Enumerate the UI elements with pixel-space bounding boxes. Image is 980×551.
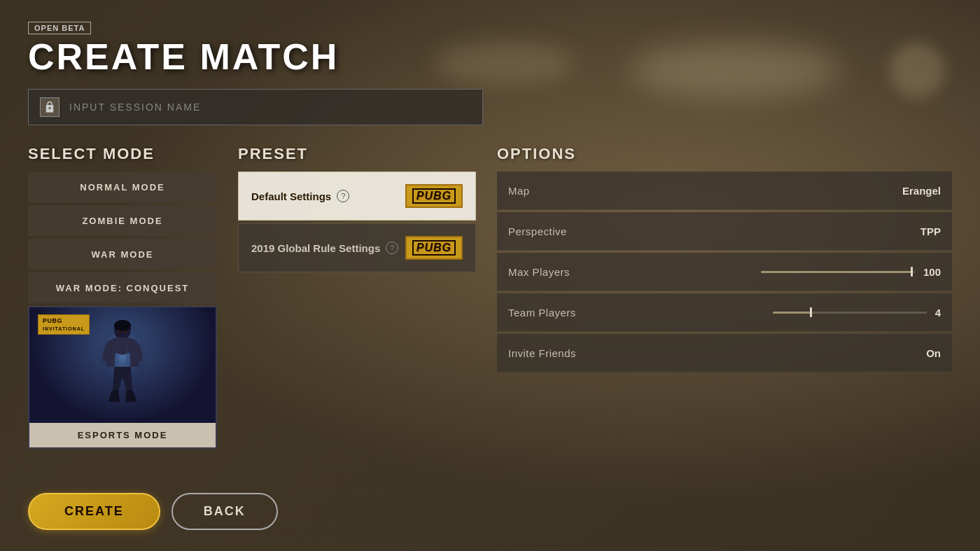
team-players-slider-track[interactable] — [773, 312, 927, 314]
preset-global2019-label: 2019 Global Rule Settings — [251, 242, 380, 254]
max-players-slider-thumb[interactable] — [911, 267, 913, 277]
options-row-perspective[interactable]: Perspective TPP — [497, 212, 952, 251]
svg-point-4 — [124, 330, 127, 334]
select-mode-heading: SELECT MODE — [28, 145, 217, 163]
invite-friends-value: On — [926, 347, 941, 359]
options-row-map[interactable]: Map Erangel — [497, 172, 952, 210]
max-players-value: 100 — [923, 266, 941, 278]
options-heading: OPTIONS — [497, 145, 952, 163]
team-players-slider-container: 4 — [773, 307, 941, 319]
team-players-slider-thumb[interactable] — [810, 307, 812, 317]
open-beta-badge: OPEN BETA — [28, 22, 91, 34]
pubg-logo-badge-default: PUBG — [405, 184, 463, 208]
preset-heading: PRESET — [238, 145, 476, 163]
preset-global2019-help[interactable]: ? — [386, 242, 398, 254]
options-row-invite-friends[interactable]: Invite Friends On — [497, 334, 952, 372]
session-name-input[interactable] — [69, 102, 471, 113]
max-players-slider-track[interactable] — [761, 271, 915, 273]
war-mode-button[interactable]: WAR MODE — [28, 239, 217, 270]
options-row-max-players[interactable]: Max Players 100 — [497, 253, 952, 291]
normal-mode-button[interactable]: NORMAL MODE — [28, 172, 217, 202]
team-players-slider-fill — [773, 312, 811, 314]
character-silhouette — [93, 314, 153, 416]
preset-default-help[interactable]: ? — [337, 190, 349, 202]
select-mode-column: SELECT MODE NORMAL MODE ZOMBIE MODE WAR … — [28, 145, 217, 449]
esports-card-image: PUBG INVITATIONAL — [29, 307, 216, 423]
max-players-label: Max Players — [508, 266, 761, 278]
zombie-mode-button[interactable]: ZOMBIE MODE — [28, 205, 217, 236]
preset-item-left: Default Settings ? — [251, 190, 349, 202]
preset-default-label: Default Settings — [251, 190, 331, 202]
map-value: Erangel — [902, 185, 941, 197]
back-button[interactable]: BACK — [172, 493, 278, 530]
esports-mode-label: ESPORTS MODE — [29, 423, 216, 447]
bottom-buttons: CREATE BACK — [28, 493, 278, 530]
preset-item-default[interactable]: Default Settings ? PUBG — [238, 172, 476, 221]
session-input-container — [28, 89, 483, 125]
options-row-team-players[interactable]: Team Players 4 — [497, 293, 952, 332]
esports-mode-card[interactable]: PUBG INVITATIONAL — [28, 306, 217, 449]
pubg-invitational-badge: PUBG INVITATIONAL — [38, 314, 90, 335]
team-players-label: Team Players — [508, 307, 773, 319]
svg-point-2 — [114, 320, 131, 331]
invite-friends-label: Invite Friends — [508, 347, 926, 359]
svg-point-3 — [118, 330, 121, 334]
team-players-value: 4 — [935, 307, 941, 319]
map-label: Map — [508, 185, 902, 197]
main-content: OPEN BETA CREATE MATCH SELECT MODE NORMA… — [0, 0, 980, 551]
columns-container: SELECT MODE NORMAL MODE ZOMBIE MODE WAR … — [28, 145, 952, 449]
lock-icon — [40, 97, 59, 117]
pubg-logo-badge-global: PUBG — [405, 236, 463, 260]
options-column: OPTIONS Map Erangel Perspective TPP Max … — [497, 145, 952, 375]
preset-item-global-left: 2019 Global Rule Settings ? — [251, 242, 398, 254]
perspective-value: TPP — [920, 225, 941, 237]
create-button[interactable]: CREATE — [28, 493, 160, 530]
max-players-slider-fill — [761, 271, 912, 273]
perspective-label: Perspective — [508, 225, 920, 237]
preset-column: PRESET Default Settings ? PUBG 2019 Glob… — [238, 145, 476, 275]
max-players-slider-container: 100 — [761, 266, 941, 278]
page-title: CREATE MATCH — [28, 39, 952, 75]
preset-item-global2019[interactable]: 2019 Global Rule Settings ? PUBG — [238, 223, 476, 272]
war-mode-conquest-button[interactable]: WAR MODE: CONQUEST — [28, 272, 217, 303]
